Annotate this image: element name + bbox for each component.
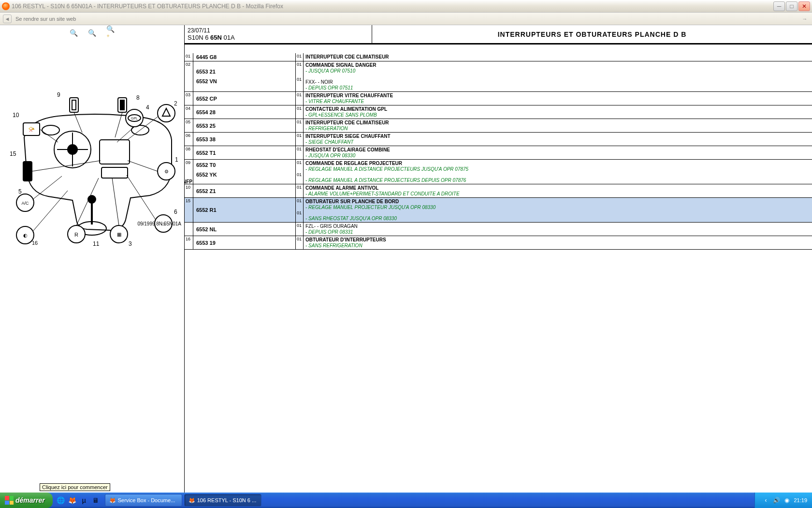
svg-text:9: 9 xyxy=(57,91,60,98)
svg-line-34 xyxy=(128,161,158,171)
taskbar-clock: 21:19 xyxy=(794,497,807,503)
parts-row[interactable]: 016445 G801INTERRUPTEUR CDE CLIMATISEUR xyxy=(185,53,812,61)
parts-row[interactable]: 086552 T101RHEOSTAT D'ECLAIRAGE COMBINE-… xyxy=(185,146,812,160)
part-reference: 6553 19 xyxy=(193,236,296,249)
svg-text:8: 8 xyxy=(136,94,140,101)
parts-row[interactable]: 6552 NL01FZL- - GRIS OURAGAN- DEPUIS OPR… xyxy=(185,223,812,236)
part-description: CONTACTEUR ALIMENTATION GPL- GPL+ESSENCE… xyxy=(304,105,812,119)
svg-point-6 xyxy=(88,195,96,203)
zoom-out-icon[interactable]: 🔍 xyxy=(88,29,97,37)
svg-line-45 xyxy=(32,161,101,171)
svg-rect-5 xyxy=(102,167,128,178)
minimize-button[interactable]: ─ xyxy=(773,1,785,11)
svg-text:5: 5 xyxy=(18,188,22,195)
part-description: INTERRUPTEUR VITRE CHAUFFANTE- VITRE AR … xyxy=(304,92,812,105)
svg-text:3: 3 xyxy=(129,240,132,247)
taskbar: démarrer 🌐 🦊 µ 🖥 🦊Service Box - Docume..… xyxy=(0,493,812,508)
parts-row[interactable]: 046554 2801CONTACTEUR ALIMENTATION GPL- … xyxy=(185,105,812,119)
part-description: INTERRUPTEUR CDE CLIMATISEUR xyxy=(304,53,812,61)
svg-text:⚙: ⚙ xyxy=(164,169,169,174)
quick-launch: 🌐 🦊 µ 🖥 xyxy=(53,495,104,506)
svg-text:R: R xyxy=(74,232,78,238)
dashboard-diagram[interactable]: ⚙ ▦ GPL A/C ♨ ◐ xyxy=(5,55,179,249)
show-desktop-icon[interactable]: 🖥 xyxy=(90,495,101,506)
close-button[interactable]: ✕ xyxy=(798,1,810,11)
parts-row[interactable]: 036552 CP01INTERRUPTEUR VITRE CHAUFFANTE… xyxy=(185,92,812,105)
parts-row[interactable]: 066553 3801INTERRUPTEUR SIEGE CHAUFFANT-… xyxy=(185,133,812,146)
svg-line-42 xyxy=(74,112,82,133)
part-quantity: 01 xyxy=(296,184,304,197)
part-quantity: 0101 xyxy=(296,61,304,91)
part-reference: 6553 25 xyxy=(193,119,296,132)
part-quantity: 01 xyxy=(296,105,304,119)
svg-text:15: 15 xyxy=(10,150,16,157)
task-firefox-icon: 🦊 xyxy=(109,497,116,504)
svg-text:◐: ◐ xyxy=(23,233,28,238)
diagram-area: ⚙ ▦ GPL A/C ♨ ◐ xyxy=(0,41,184,493)
part-description: COMMANDE DE REGLAGE PROJECTEUR- REGLAGE … xyxy=(304,160,812,184)
firefox-ql-icon[interactable]: 🦊 xyxy=(67,495,78,506)
row-number: 01 xyxy=(185,53,193,61)
nav-back-button[interactable]: ◄ xyxy=(3,15,12,23)
part-quantity: 01 xyxy=(296,223,304,236)
parts-row[interactable]: 156552 R10101OBTURATEUR SUR PLANCHE DE B… xyxy=(185,198,812,223)
parts-row[interactable]: 096552 T06552 YKNFP0101COMMANDE DE REGLA… xyxy=(185,160,812,184)
part-description: FZL- - GRIS OURAGAN- DEPUIS OPR 08331 xyxy=(304,223,812,236)
nfp-badge: NFP xyxy=(185,179,192,184)
diagram-caption: 09/1999 8N 65N01A xyxy=(137,221,181,226)
part-quantity: 0101 xyxy=(296,160,304,184)
part-description: COMMANDE SIGNAL DANGER- JUSQU'A OPR 0751… xyxy=(304,61,812,91)
tray-volume-icon[interactable]: ◉ xyxy=(783,496,791,504)
taskbar-task-button[interactable]: 🦊106 RESTYL - S10N 6 ... xyxy=(184,494,261,507)
parts-panel: 23/07/11 S10N 6 65N 01A INTERRUPTEURS ET… xyxy=(185,25,812,493)
part-quantity: 01 xyxy=(296,53,304,61)
part-quantity: 01 xyxy=(296,119,304,132)
parts-row[interactable]: 056553 2501INTERRUPTEUR CDE CLIMATISEUR-… xyxy=(185,119,812,133)
svg-line-36 xyxy=(112,178,119,225)
row-number: 03 xyxy=(185,92,193,105)
parts-header: 23/07/11 S10N 6 65N 01A INTERRUPTEURS ET… xyxy=(185,25,812,45)
svg-text:4: 4 xyxy=(146,104,149,111)
firefox-icon xyxy=(2,2,10,10)
windows-logo-icon xyxy=(5,496,14,505)
tray-network-icon[interactable]: 🔊 xyxy=(772,496,780,504)
part-reference: 6552 NL xyxy=(193,223,296,236)
svg-text:2: 2 xyxy=(174,100,177,107)
row-number: 02 xyxy=(185,61,193,91)
header-date: 23/07/11 xyxy=(188,27,369,34)
row-number: 05 xyxy=(185,119,193,132)
tray-expand-icon[interactable]: ‹ xyxy=(762,496,769,504)
part-description: COMMANDE ALARME ANTIVOL- ALARME VOLUME+P… xyxy=(304,184,812,197)
row-number: 04 xyxy=(185,105,193,119)
parts-row[interactable]: 106552 Z101COMMANDE ALARME ANTIVOL- ALAR… xyxy=(185,184,812,198)
diagram-panel: 🔍 🔍 🔍⁺ xyxy=(0,25,185,493)
parts-row[interactable]: 166553 1901OBTURATEUR D'INTERRUPTEURS- S… xyxy=(185,236,812,250)
header-code: S10N 6 65N 01A xyxy=(188,34,369,41)
ie-icon[interactable]: 🌐 xyxy=(56,495,66,506)
utorrent-icon[interactable]: µ xyxy=(79,495,89,506)
zoom-in-icon[interactable]: 🔍 xyxy=(70,29,78,37)
svg-text:10: 10 xyxy=(13,112,19,119)
maximize-button[interactable]: □ xyxy=(786,1,798,11)
part-quantity: 0101 xyxy=(296,198,304,222)
task-firefox-icon: 🦊 xyxy=(188,497,195,504)
part-reference: 6552 R1 xyxy=(193,198,296,222)
svg-point-8 xyxy=(42,125,59,135)
part-reference: 6553 216552 VN xyxy=(193,61,296,91)
system-tray: ‹ 🔊 ◉ 21:19 xyxy=(754,493,812,508)
svg-text:GPL: GPL xyxy=(131,117,138,120)
content-area: 🔍 🔍 🔍⁺ xyxy=(0,25,812,493)
part-reference: 6552 Z1 xyxy=(193,184,296,197)
parts-row[interactable]: 026553 216552 VN0101COMMANDE SIGNAL DANG… xyxy=(185,61,812,92)
svg-text:16: 16 xyxy=(32,240,38,246)
zoom-reset-icon[interactable]: 🔍⁺ xyxy=(106,29,115,37)
row-number: 08 xyxy=(185,146,193,159)
row-number: 16 xyxy=(185,236,193,249)
taskbar-task-button[interactable]: 🦊Service Box - Docume... xyxy=(105,494,182,507)
nav-go-button[interactable]: → xyxy=(800,15,809,23)
part-quantity: 01 xyxy=(296,146,304,159)
start-button[interactable]: démarrer xyxy=(0,493,53,508)
url-input[interactable] xyxy=(14,15,798,23)
svg-text:📯: 📯 xyxy=(28,126,35,133)
row-number: 15 xyxy=(185,198,193,222)
